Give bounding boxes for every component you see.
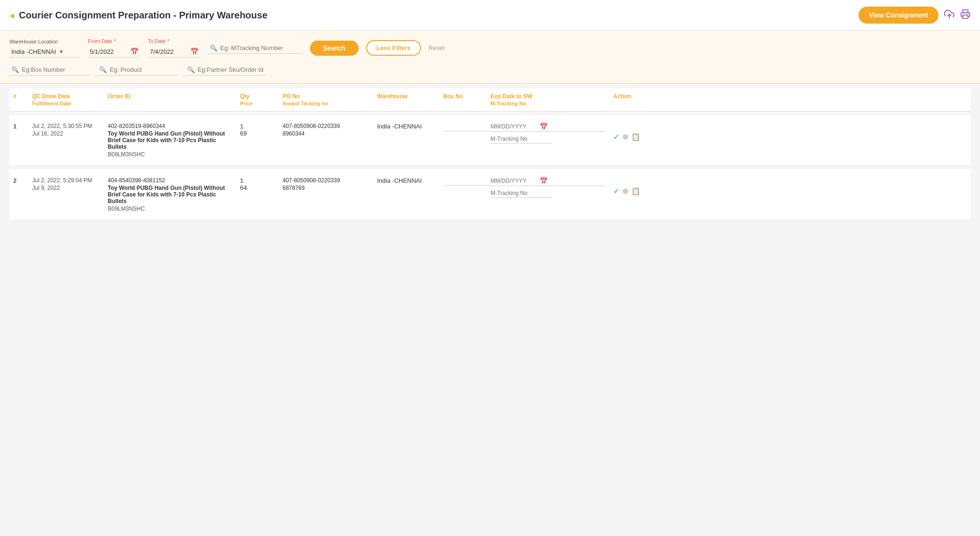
exp-date-input-wrap: 📅: [490, 177, 606, 186]
row-warehouse: India -CHENNAI: [373, 177, 439, 184]
row-actions: ✓ ⊗ 📋: [610, 123, 666, 141]
th-warehouse: Warehouse: [373, 93, 439, 106]
tracking-search-wrap: 🔍: [208, 43, 302, 54]
cancel-action-button[interactable]: ⊗: [622, 187, 628, 196]
partner-sku-search-input[interactable]: [198, 66, 264, 73]
qc-done-date: Jul 2, 2022, 5:30:55 PM: [32, 123, 100, 129]
row-exp-date: 📅: [487, 123, 610, 144]
to-date-input[interactable]: [150, 48, 188, 55]
exp-date-field[interactable]: [490, 123, 538, 130]
tracking-search-icon: 🔍: [210, 44, 217, 51]
box-search-icon: 🔍: [11, 66, 19, 73]
inward-number: 8960344: [283, 130, 370, 137]
from-date-filter: From Date * 📅: [88, 38, 140, 58]
product-search-wrap: 🔍: [97, 64, 178, 76]
row-qty-price: 1 64: [236, 177, 279, 191]
row-dates: Jul 2, 2022, 5:29:04 PM Jul 9, 2022: [28, 177, 104, 191]
from-date-input[interactable]: [90, 48, 128, 55]
reset-button[interactable]: Reset: [429, 44, 445, 51]
order-id: 404-8540398-4081152: [108, 177, 232, 184]
table-row: 1 Jul 2, 2022, 5:30:55 PM Jul 16, 2022 4…: [9, 115, 971, 166]
warehouse-dropdown[interactable]: India -CHENNAI ▼: [9, 46, 80, 58]
row-box-no: [439, 123, 487, 131]
warehouse-filter: WareHouse Location India -CHENNAI ▼: [9, 39, 80, 58]
qc-done-date: Jul 2, 2022, 5:29:04 PM: [32, 177, 100, 184]
fulfillment-date: Jul 9, 2022: [32, 185, 100, 191]
exp-date-input-wrap: 📅: [490, 123, 606, 132]
to-date-input-wrap: 📅: [148, 46, 200, 58]
th-qty-price: Qty Price: [236, 93, 279, 106]
back-button[interactable]: ◂: [9, 9, 14, 21]
filter-row-2: 🔍 🔍 🔍: [9, 64, 971, 76]
partner-sku-search-icon: 🔍: [187, 66, 195, 73]
price-value: 69: [240, 130, 275, 137]
exp-date-field[interactable]: [490, 178, 538, 184]
box-search-wrap: 🔍: [9, 64, 90, 76]
price-value: 64: [240, 184, 275, 191]
upload-button[interactable]: [944, 9, 954, 22]
th-hash: #: [9, 93, 28, 106]
to-date-label: To Date *: [148, 38, 200, 44]
product-search-input[interactable]: [110, 66, 176, 73]
m-tracking-field[interactable]: [490, 190, 552, 198]
box-no-input[interactable]: [443, 178, 490, 186]
search-button[interactable]: Search: [310, 41, 359, 56]
row-number: 1: [9, 123, 28, 130]
th-dates: QC Done Date Fulfillment Date: [28, 93, 104, 106]
order-name: Toy World PUBG Hand Gun (Pistol) Without…: [108, 185, 232, 204]
page-title: Courier Consignment Preparation - Primar…: [19, 10, 267, 21]
table-header: # QC Done Date Fulfillment Date Order ID…: [9, 88, 971, 111]
order-sku: B09LM3NSHC: [108, 151, 232, 158]
page-header: ◂ Courier Consignment Preparation - Prim…: [0, 0, 980, 31]
row-order-info: 402-8203519-8960344 Toy World PUBG Hand …: [104, 123, 236, 158]
print-button[interactable]: [960, 9, 971, 22]
warehouse-label: WareHouse Location: [9, 39, 80, 44]
product-search-icon: 🔍: [99, 66, 107, 73]
th-po-no: PO No Inward Tacking no: [279, 93, 373, 106]
row-dates: Jul 2, 2022, 5:30:55 PM Jul 16, 2022: [28, 123, 104, 137]
from-date-input-wrap: 📅: [88, 46, 140, 58]
row-warehouse: India -CHENNAI: [373, 123, 439, 130]
exp-date-calendar-icon[interactable]: 📅: [540, 177, 548, 185]
po-number: 407-8050908-0220339: [283, 177, 370, 184]
row-order-info: 404-8540398-4081152 Toy World PUBG Hand …: [104, 177, 236, 212]
qty-value: 1: [240, 123, 275, 130]
th-exp-date: Exp Date to SW M-Tracking No: [487, 93, 610, 106]
row-box-no: [439, 177, 487, 186]
tracking-search-input[interactable]: [220, 44, 301, 51]
row-qty-price: 1 69: [236, 123, 279, 137]
row-actions: ✓ ⊗ 📋: [610, 177, 666, 196]
copy-action-button[interactable]: 📋: [631, 187, 640, 196]
svg-rect-1: [963, 15, 968, 18]
m-tracking-field[interactable]: [490, 136, 552, 144]
confirm-action-button[interactable]: ✓: [613, 187, 619, 196]
from-date-calendar-icon[interactable]: 📅: [130, 48, 138, 55]
box-no-input[interactable]: [443, 123, 490, 131]
exp-date-calendar-icon[interactable]: 📅: [540, 123, 548, 130]
warehouse-value: India -CHENNAI: [11, 48, 56, 55]
order-name: Toy World PUBG Hand Gun (Pistol) Without…: [108, 130, 232, 150]
view-consignment-button[interactable]: View Consignment: [859, 7, 938, 24]
row-exp-date: 📅: [487, 177, 610, 198]
qty-value: 1: [240, 177, 275, 184]
table-section: # QC Done Date Fulfillment Date Order ID…: [0, 84, 980, 225]
order-id: 402-8203519-8960344: [108, 123, 232, 129]
filter-row-1: WareHouse Location India -CHENNAI ▼ From…: [9, 38, 971, 58]
order-sku: B09LM3NSHC: [108, 205, 232, 212]
filter-section: WareHouse Location India -CHENNAI ▼ From…: [0, 31, 980, 84]
confirm-action-button[interactable]: ✓: [613, 132, 619, 141]
header-right: View Consignment: [859, 7, 971, 24]
header-left: ◂ Courier Consignment Preparation - Prim…: [9, 9, 267, 21]
th-box-no: Box No: [439, 93, 487, 106]
copy-action-button[interactable]: 📋: [631, 133, 640, 141]
to-date-calendar-icon[interactable]: 📅: [190, 48, 198, 55]
less-filters-button[interactable]: Less Filters: [366, 40, 421, 56]
po-number: 407-8050908-0220339: [283, 123, 370, 129]
from-date-label: From Date *: [88, 38, 140, 44]
box-search-input[interactable]: [22, 66, 88, 73]
fulfillment-date: Jul 16, 2022: [32, 130, 100, 137]
cancel-action-button[interactable]: ⊗: [622, 132, 628, 141]
th-action: Action: [610, 93, 666, 106]
dropdown-arrow-icon: ▼: [59, 49, 64, 54]
to-date-filter: To Date * 📅: [148, 38, 200, 58]
